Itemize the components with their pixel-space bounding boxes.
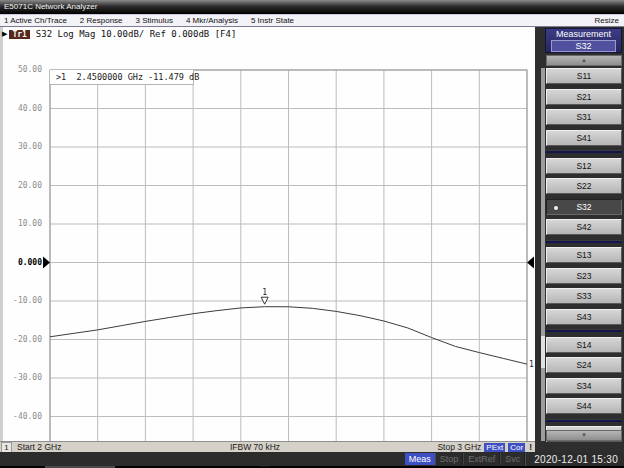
menu-item-1[interactable]: 1 Active Ch/Trace: [4, 16, 67, 25]
menu-item-3[interactable]: 3 Stimulus: [136, 16, 173, 25]
softkey-s12[interactable]: S12: [546, 158, 622, 174]
softkey-list: S11S21S31S41S12S22S32S42S13S23S33S43S14S…: [546, 68, 622, 442]
softkey-s42[interactable]: S42: [546, 219, 622, 235]
start-frequency[interactable]: Start 2 GHz: [17, 442, 61, 452]
softkey-group-separator: [546, 150, 622, 153]
menu-items: 1 Active Ch/Trace2 Response3 Stimulus4 M…: [0, 16, 294, 25]
softkey-s24[interactable]: S24: [546, 357, 622, 373]
softkey-s41[interactable]: S41: [546, 130, 622, 146]
softkey-s14[interactable]: S14: [546, 337, 622, 353]
softkey-s34[interactable]: S34: [546, 378, 622, 394]
ref-level-left-icon: [43, 257, 50, 269]
softkey-label: S43: [576, 312, 591, 322]
menu-item-4[interactable]: 4 Mkr/Analysis: [186, 16, 238, 25]
menu-bar: 1 Active Ch/Trace2 Response3 Stimulus4 M…: [0, 14, 624, 27]
softkey-s44[interactable]: S44: [546, 398, 622, 414]
softkey-label: S23: [576, 271, 591, 281]
softkey-s11[interactable]: S11: [546, 68, 622, 84]
svc-status: Svc: [500, 453, 525, 465]
softkey-scrollbar-thumb[interactable]: [541, 336, 545, 368]
title-bar: E5071C Network Analyzer: [0, 0, 624, 14]
marker-readout: >1 2.4500000 GHz -11.479 dB: [50, 70, 194, 85]
softkey-label: S14: [576, 340, 591, 350]
softkey-label: S22: [576, 181, 591, 191]
softkey-s13[interactable]: S13: [546, 247, 622, 263]
instrument-status-bar: Meas Stop ExtRef Svc 2020-12-01 15:30: [0, 452, 624, 466]
menu-item-5[interactable]: 5 Instr State: [251, 16, 294, 25]
pext-badge: PExt: [484, 443, 505, 452]
softkey-s23[interactable]: S23: [546, 268, 622, 284]
alert-indicator: !: [528, 442, 532, 452]
softkey-label: S21: [576, 92, 591, 102]
display-area: ▶ Tr1 S32 Log Mag 10.00dB/ Ref 0.000dB […: [0, 27, 535, 441]
channel-status-bar: 1 Start 2 GHz IFBW 70 kHz Stop 3 GHz PEx…: [0, 441, 535, 452]
trace-status-line: ▶ Tr1 S32 Log Mag 10.00dB/ Ref 0.000dB […: [0, 27, 535, 41]
marker1-number: 1: [262, 288, 267, 297]
softkey-s31[interactable]: S31: [546, 109, 622, 125]
softkey-group-separator: [546, 329, 622, 332]
meas-status: Meas: [405, 453, 435, 465]
ifbw-readout[interactable]: IFBW 70 kHz: [195, 442, 315, 452]
softkey-sidebar: Measurement S32 ▲ S11S21S31S41S12S22S32S…: [535, 27, 624, 452]
extref-status: ExtRef: [463, 453, 500, 465]
stop-frequency[interactable]: Stop 3 GHz: [437, 442, 481, 452]
trace1-badge[interactable]: Tr1: [9, 30, 29, 39]
softkey-menu-title: Measurement: [546, 29, 621, 40]
softkey-label: S34: [576, 381, 591, 391]
selected-bullet-icon: [554, 206, 558, 210]
channel-number: 1: [1, 442, 12, 453]
ref-level-right-icon: [527, 257, 534, 269]
trace-settings-text: S32 Log Mag 10.00dB/ Ref 0.000dB [F4]: [36, 29, 236, 39]
softkey-scroll-up-button[interactable]: ▲: [546, 55, 622, 66]
softkey-s33[interactable]: S33: [546, 288, 622, 304]
softkey-label: S32: [576, 202, 591, 212]
softkey-s43[interactable]: S43: [546, 309, 622, 325]
datetime-display: 2020-12-01 15:30: [525, 453, 624, 466]
softkey-label: S12: [576, 161, 591, 171]
softkey-group-separator: [546, 240, 622, 243]
menu-item-2[interactable]: 2 Response: [80, 16, 123, 25]
softkey-s32[interactable]: S32: [546, 199, 622, 215]
softkey-label: S42: [576, 222, 591, 232]
softkey-s22[interactable]: S22: [546, 178, 622, 194]
trace-chart: 11: [0, 67, 535, 468]
softkey-menu-header: Measurement S32: [545, 28, 622, 53]
cor-badge: Cor: [508, 443, 525, 452]
softkey-label: S44: [576, 401, 591, 411]
softkey-menu-value: S32: [551, 40, 616, 52]
softkey-scroll-down-button[interactable]: ▼: [546, 430, 622, 441]
active-trace-arrow-icon: ▶: [2, 30, 7, 38]
softkey-label: S11: [577, 71, 592, 81]
softkey-group-separator: [546, 419, 622, 422]
softkey-s21[interactable]: S21: [546, 89, 622, 105]
softkey-scrollbar[interactable]: [541, 68, 545, 441]
window-title: E5071C Network Analyzer: [4, 2, 97, 11]
softkey-label: S33: [576, 291, 591, 301]
softkey-label: S24: [576, 360, 591, 370]
resize-button[interactable]: Resize: [595, 16, 624, 25]
softkey-label: S13: [576, 250, 591, 260]
stop-status: Stop: [435, 453, 464, 465]
instrument-screen: E5071C Network Analyzer 1 Active Ch/Trac…: [0, 0, 624, 468]
softkey-label: S31: [576, 112, 591, 122]
trace-end-label: 1: [529, 360, 534, 369]
softkey-label: S41: [576, 133, 591, 143]
